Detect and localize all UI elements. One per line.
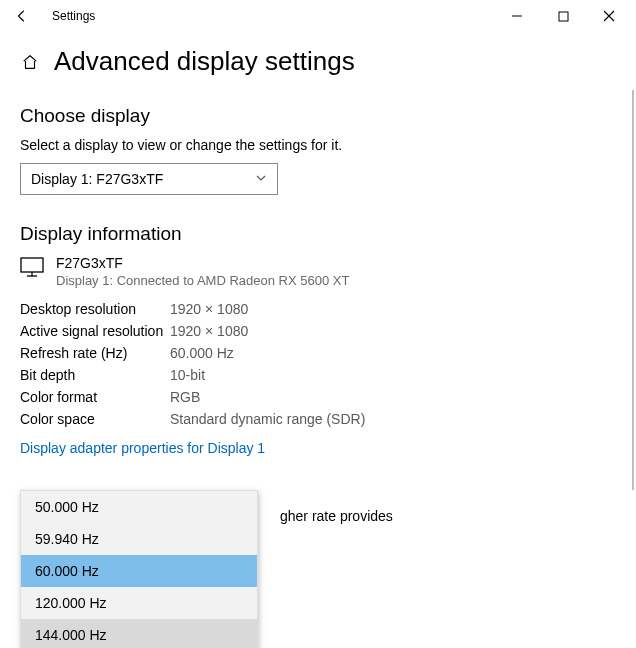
info-value: 1920 × 1080 <box>170 320 365 342</box>
refresh-rate-option[interactable]: 120.000 Hz <box>21 587 257 619</box>
refresh-rate-option[interactable]: 59.940 Hz <box>21 523 257 555</box>
display-info-heading: Display information <box>20 223 616 245</box>
page-title: Advanced display settings <box>54 46 355 77</box>
info-row: Color formatRGB <box>20 386 365 408</box>
info-key: Desktop resolution <box>20 298 170 320</box>
info-key: Color space <box>20 408 170 430</box>
monitor-name: F27G3xTF <box>56 255 349 271</box>
choose-display-heading: Choose display <box>20 105 616 127</box>
monitor-icon <box>20 257 48 281</box>
info-key: Color format <box>20 386 170 408</box>
choose-display-desc: Select a display to view or change the s… <box>20 137 616 153</box>
refresh-rate-desc-fragment: gher rate provides <box>280 508 393 524</box>
svg-rect-1 <box>559 12 568 21</box>
refresh-rate-option[interactable]: 144.000 Hz <box>21 619 257 648</box>
monitor-summary: F27G3xTF Display 1: Connected to AMD Rad… <box>20 255 616 288</box>
info-value: 1920 × 1080 <box>170 298 365 320</box>
page-header: Advanced display settings <box>20 46 616 77</box>
display-select[interactable]: Display 1: F27G3xTF <box>20 163 278 195</box>
svg-rect-2 <box>21 258 43 272</box>
info-row: Refresh rate (Hz)60.000 Hz <box>20 342 365 364</box>
info-value: 10-bit <box>170 364 365 386</box>
minimize-button[interactable] <box>494 0 540 32</box>
info-value: Standard dynamic range (SDR) <box>170 408 365 430</box>
app-title: Settings <box>52 9 95 23</box>
info-key: Refresh rate (Hz) <box>20 342 170 364</box>
back-button[interactable] <box>8 0 36 32</box>
info-value: 60.000 Hz <box>170 342 365 364</box>
info-value: RGB <box>170 386 365 408</box>
home-icon[interactable] <box>20 53 40 71</box>
monitor-connection: Display 1: Connected to AMD Radeon RX 56… <box>56 273 349 288</box>
maximize-button[interactable] <box>540 0 586 32</box>
display-info-table: Desktop resolution1920 × 1080Active sign… <box>20 298 365 430</box>
scrollbar[interactable] <box>632 90 634 490</box>
display-select-value: Display 1: F27G3xTF <box>31 171 163 187</box>
info-row: Color spaceStandard dynamic range (SDR) <box>20 408 365 430</box>
refresh-rate-option[interactable]: 50.000 Hz <box>21 491 257 523</box>
info-key: Active signal resolution <box>20 320 170 342</box>
info-row: Desktop resolution1920 × 1080 <box>20 298 365 320</box>
title-bar: Settings <box>0 0 636 32</box>
adapter-properties-link[interactable]: Display adapter properties for Display 1 <box>20 440 265 456</box>
info-key: Bit depth <box>20 364 170 386</box>
refresh-rate-dropdown[interactable]: 50.000 Hz59.940 Hz60.000 Hz120.000 Hz144… <box>20 490 258 648</box>
close-button[interactable] <box>586 0 632 32</box>
refresh-rate-option[interactable]: 60.000 Hz <box>21 555 257 587</box>
info-row: Active signal resolution1920 × 1080 <box>20 320 365 342</box>
chevron-down-icon <box>255 172 267 187</box>
info-row: Bit depth10-bit <box>20 364 365 386</box>
